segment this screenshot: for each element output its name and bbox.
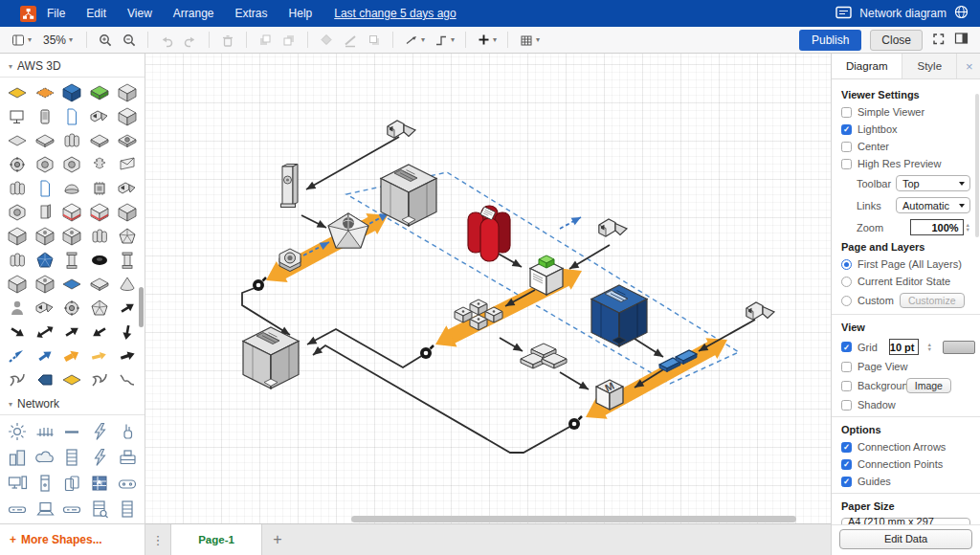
edit-data-button[interactable]: Edit Data bbox=[839, 529, 972, 549]
shape-fw[interactable] bbox=[86, 470, 114, 496]
shape-adb[interactable] bbox=[4, 344, 32, 367]
check-page-view[interactable]: Page View bbox=[841, 361, 970, 372]
section-aws3d[interactable]: AWS 3D bbox=[0, 54, 145, 78]
shape-copier[interactable] bbox=[113, 444, 141, 470]
shape-mf[interactable] bbox=[86, 496, 114, 522]
shape-cg[interactable] bbox=[113, 200, 141, 224]
shape-abn[interactable] bbox=[32, 344, 59, 367]
shape-pl[interactable] bbox=[32, 128, 59, 152]
pages-menu-icon[interactable]: ⋮ bbox=[145, 524, 170, 555]
shape-gem[interactable] bbox=[113, 224, 141, 248]
shape-dash[interactable] bbox=[58, 418, 86, 444]
connector-edge[interactable] bbox=[500, 338, 524, 355]
toolbar-select[interactable]: Top bbox=[896, 175, 970, 191]
shape-fgr[interactable] bbox=[4, 128, 32, 152]
menu-file[interactable]: File bbox=[47, 7, 65, 20]
page-tab-1[interactable]: Page-1 bbox=[170, 524, 262, 555]
node-gear-node[interactable] bbox=[420, 345, 434, 359]
menu-help[interactable]: Help bbox=[289, 7, 313, 20]
shape-cyl[interactable] bbox=[58, 128, 86, 152]
panel-close-icon[interactable]: × bbox=[957, 54, 980, 78]
zoom-level-select[interactable]: 35% bbox=[37, 32, 78, 49]
connector-edge[interactable] bbox=[495, 252, 523, 271]
shape-cyl[interactable] bbox=[86, 224, 114, 248]
shape-sun[interactable] bbox=[4, 418, 32, 444]
shape-laptop[interactable] bbox=[32, 496, 59, 522]
shape-bolt[interactable] bbox=[86, 444, 114, 470]
more-shapes-button[interactable]: + More Shapes... bbox=[0, 523, 145, 555]
shape-bolt[interactable] bbox=[86, 418, 114, 444]
node-datacenter[interactable] bbox=[243, 327, 299, 388]
sidebar-scrollbar[interactable] bbox=[139, 287, 144, 327]
shape-a1[interactable] bbox=[113, 296, 141, 320]
shape-sq[interactable] bbox=[4, 367, 32, 391]
shape-tablet[interactable] bbox=[58, 470, 86, 496]
shape-cgl[interactable] bbox=[58, 224, 86, 248]
globe-icon[interactable] bbox=[954, 5, 969, 22]
shape-fy[interactable] bbox=[4, 80, 32, 104]
publish-button[interactable]: Publish bbox=[799, 30, 861, 51]
shape-fb[interactable] bbox=[58, 272, 86, 296]
node-arrow-house[interactable] bbox=[746, 302, 774, 320]
shape-cg[interactable] bbox=[113, 104, 141, 128]
node-red-db[interactable] bbox=[468, 206, 510, 261]
shape-nut[interactable] bbox=[58, 152, 86, 176]
links-select[interactable]: Automatic bbox=[896, 197, 970, 213]
insert-icon[interactable] bbox=[474, 31, 500, 49]
node-datacenter[interactable] bbox=[381, 165, 436, 226]
check-guides[interactable]: Guides bbox=[841, 476, 970, 487]
zoom-in-icon[interactable] bbox=[95, 31, 116, 50]
shape-env[interactable] bbox=[113, 152, 141, 176]
zoom-stepper[interactable]: ▲▼ bbox=[966, 223, 970, 233]
shape-pl[interactable] bbox=[86, 272, 114, 296]
shape-fo[interactable] bbox=[32, 80, 59, 104]
node-arrow-house[interactable] bbox=[388, 121, 415, 138]
shape-gr[interactable] bbox=[58, 296, 86, 320]
node-datacenter[interactable] bbox=[591, 285, 647, 346]
waypoints-icon[interactable] bbox=[431, 31, 457, 50]
canvas-horizontal-scrollbar[interactable] bbox=[351, 516, 796, 522]
shape-pbl[interactable] bbox=[32, 367, 59, 391]
shape-cgl[interactable] bbox=[32, 224, 59, 248]
shape-dy[interactable] bbox=[58, 367, 86, 391]
shape-bldg[interactable] bbox=[4, 444, 32, 470]
panel-scrollbar[interactable] bbox=[975, 94, 979, 237]
shape-a1[interactable] bbox=[58, 320, 86, 344]
flow-band[interactable] bbox=[260, 205, 393, 291]
shape-pll[interactable] bbox=[113, 128, 141, 152]
check-grid[interactable]: Grid 10 pt▲▼ bbox=[841, 339, 970, 355]
shape-rack[interactable] bbox=[58, 444, 86, 470]
grid-size-input[interactable]: 10 pt bbox=[889, 339, 920, 355]
tab-diagram[interactable]: Diagram bbox=[832, 54, 902, 78]
grid-color-swatch[interactable] bbox=[943, 341, 975, 354]
shape-crs[interactable] bbox=[86, 152, 114, 176]
shape-doc[interactable] bbox=[58, 104, 86, 128]
zoom-out-icon[interactable] bbox=[119, 31, 140, 50]
shape-ah[interactable] bbox=[86, 104, 114, 128]
node-green-server[interactable] bbox=[530, 255, 563, 295]
shape-cgl[interactable] bbox=[32, 272, 59, 296]
shape-ah[interactable] bbox=[113, 176, 141, 200]
shape-cg[interactable] bbox=[4, 272, 32, 296]
paper-size-select[interactable]: A4 (210 mm x 297 mm) bbox=[841, 518, 970, 524]
shape-fence[interactable] bbox=[32, 418, 59, 444]
shape-crd[interactable] bbox=[86, 200, 114, 224]
shape-nut[interactable] bbox=[32, 152, 59, 176]
shape-cb[interactable] bbox=[58, 80, 86, 104]
dashed-flow-arrow[interactable] bbox=[560, 213, 583, 229]
radio-first-page[interactable]: First Page (All Layers) bbox=[841, 258, 970, 270]
shape-rack[interactable] bbox=[113, 496, 141, 522]
last-change-link[interactable]: Last change 5 days ago bbox=[334, 7, 456, 20]
shape-cloud[interactable] bbox=[32, 444, 59, 470]
check-center[interactable]: Center bbox=[841, 141, 970, 152]
shape-gr[interactable] bbox=[4, 152, 32, 176]
node-hex-nut[interactable] bbox=[279, 249, 301, 272]
connector-edge[interactable] bbox=[301, 215, 328, 232]
shape-dom[interactable] bbox=[58, 176, 86, 200]
radio-custom[interactable]: Custom Customize bbox=[841, 293, 970, 308]
shape-ayb[interactable] bbox=[58, 344, 86, 367]
add-page-button[interactable]: + bbox=[262, 524, 293, 555]
section-network[interactable]: Network bbox=[0, 391, 145, 415]
canvas[interactable]: M bbox=[145, 54, 831, 523]
shape-mon[interactable] bbox=[4, 104, 32, 128]
